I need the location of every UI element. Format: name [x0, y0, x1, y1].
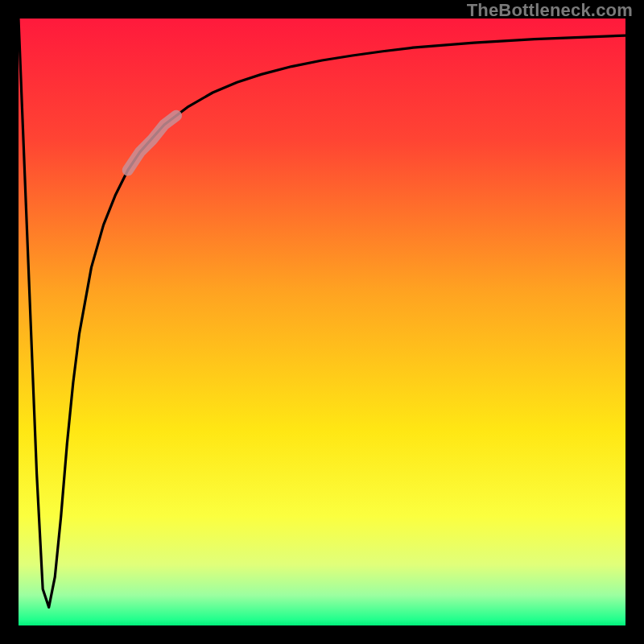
chart-frame: TheBottleneck.com [0, 0, 644, 644]
svg-rect-0 [19, 19, 625, 625]
background-gradient [19, 19, 625, 625]
plot-area [19, 19, 625, 625]
